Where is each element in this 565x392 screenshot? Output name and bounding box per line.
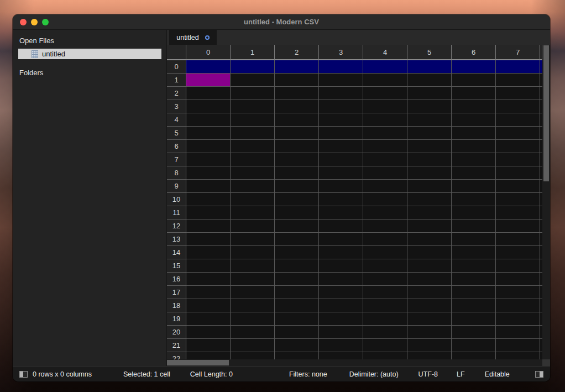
grid-cell[interactable]	[496, 206, 540, 219]
grid-cell[interactable]	[186, 259, 231, 273]
spreadsheet-grid[interactable]: 0123456701234567891011121314151617181920…	[167, 45, 542, 359]
grid-cell[interactable]	[363, 60, 407, 74]
grid-cell[interactable]	[231, 219, 275, 233]
grid-cell[interactable]	[186, 100, 231, 113]
row-header[interactable]: 0	[167, 60, 186, 74]
grid-cell[interactable]	[186, 219, 231, 233]
grid-cell[interactable]	[231, 312, 275, 326]
grid-cell[interactable]	[363, 193, 407, 206]
grid-cell[interactable]	[496, 326, 540, 339]
grid-cell[interactable]	[496, 219, 540, 233]
grid-cell[interactable]	[231, 299, 275, 312]
grid-cell[interactable]	[496, 352, 540, 359]
grid-cell[interactable]	[231, 127, 275, 140]
grid-cell[interactable]	[452, 74, 496, 87]
grid-cell[interactable]	[452, 180, 496, 193]
grid-cell[interactable]	[231, 352, 275, 359]
grid-cell[interactable]	[407, 233, 452, 246]
grid-cell[interactable]	[407, 326, 452, 339]
grid-cell[interactable]	[186, 180, 231, 193]
grid-cell[interactable]	[186, 87, 231, 100]
vertical-scrollbar-thumb[interactable]	[543, 45, 549, 181]
grid-cell[interactable]	[275, 60, 319, 74]
grid-cell[interactable]	[363, 100, 407, 113]
grid-cell[interactable]	[496, 127, 540, 140]
status-editable[interactable]: Editable	[485, 370, 510, 378]
grid-cell[interactable]	[275, 286, 319, 299]
row-header[interactable]: 16	[167, 273, 186, 286]
tab-untitled[interactable]: untitled	[169, 30, 217, 45]
grid-cell[interactable]	[319, 166, 363, 180]
grid-cell[interactable]	[319, 233, 363, 246]
minimize-button[interactable]	[31, 19, 38, 25]
grid-cell[interactable]	[452, 326, 496, 339]
vertical-scrollbar[interactable]	[542, 45, 550, 359]
grid-cell[interactable]	[452, 339, 496, 352]
grid-cell[interactable]	[496, 166, 540, 180]
grid-cell[interactable]	[275, 74, 319, 87]
column-header[interactable]: 4	[363, 45, 407, 60]
grid-cell[interactable]	[319, 153, 363, 166]
grid-cell[interactable]	[407, 259, 452, 273]
grid-cell[interactable]	[186, 113, 231, 127]
grid-cell[interactable]	[407, 140, 452, 153]
open-file-item-untitled[interactable]: untitled	[18, 49, 161, 59]
row-header[interactable]: 7	[167, 153, 186, 166]
grid-cell[interactable]	[452, 60, 496, 74]
grid-cell[interactable]	[496, 100, 540, 113]
row-header[interactable]: 5	[167, 127, 186, 140]
row-header[interactable]: 20	[167, 326, 186, 339]
grid-cell[interactable]	[452, 246, 496, 259]
grid-cell[interactable]	[275, 246, 319, 259]
grid-cell[interactable]	[496, 339, 540, 352]
grid-cell[interactable]	[363, 339, 407, 352]
row-header[interactable]: 12	[167, 219, 186, 233]
grid-cell[interactable]	[363, 233, 407, 246]
column-header[interactable]: 3	[319, 45, 363, 60]
row-header[interactable]: 15	[167, 259, 186, 273]
grid-cell[interactable]	[275, 299, 319, 312]
grid-cell[interactable]	[496, 74, 540, 87]
grid-cell[interactable]	[363, 74, 407, 87]
grid-cell[interactable]	[452, 100, 496, 113]
grid-cell[interactable]	[363, 326, 407, 339]
grid-cell[interactable]	[319, 219, 363, 233]
grid-cell[interactable]	[319, 312, 363, 326]
close-button[interactable]	[20, 19, 27, 25]
grid-cell[interactable]	[407, 60, 452, 74]
grid-cell[interactable]	[319, 339, 363, 352]
grid-cell[interactable]	[496, 273, 540, 286]
grid-cell[interactable]	[275, 326, 319, 339]
toggle-right-panel-icon[interactable]	[535, 371, 543, 378]
grid-cell[interactable]	[407, 352, 452, 359]
grid-cell[interactable]	[407, 166, 452, 180]
grid-cell[interactable]	[407, 286, 452, 299]
grid-cell[interactable]	[319, 259, 363, 273]
grid-cell[interactable]	[407, 87, 452, 100]
horizontal-scrollbar-thumb[interactable]	[167, 360, 229, 365]
grid-cell[interactable]	[275, 166, 319, 180]
row-header[interactable]: 18	[167, 299, 186, 312]
grid-cell[interactable]	[319, 326, 363, 339]
grid-cell[interactable]	[275, 206, 319, 219]
grid-cell[interactable]	[275, 339, 319, 352]
grid-cell[interactable]	[275, 100, 319, 113]
grid-cell[interactable]	[319, 273, 363, 286]
grid-cell[interactable]	[496, 246, 540, 259]
row-header[interactable]: 6	[167, 140, 186, 153]
grid-cell[interactable]	[363, 352, 407, 359]
grid-cell[interactable]	[452, 140, 496, 153]
grid-cell[interactable]	[496, 193, 540, 206]
grid-cell[interactable]	[407, 273, 452, 286]
grid-cell[interactable]	[319, 87, 363, 100]
column-header[interactable]: 7	[496, 45, 540, 60]
grid-cell[interactable]	[452, 113, 496, 127]
grid-cell[interactable]	[363, 113, 407, 127]
grid-cell[interactable]	[319, 113, 363, 127]
grid-cell[interactable]	[186, 140, 231, 153]
grid-cell[interactable]	[496, 259, 540, 273]
grid-cell[interactable]	[231, 193, 275, 206]
status-delimiter[interactable]: Delimiter: (auto)	[349, 370, 399, 378]
grid-cell[interactable]	[452, 153, 496, 166]
grid-cell[interactable]	[186, 127, 231, 140]
